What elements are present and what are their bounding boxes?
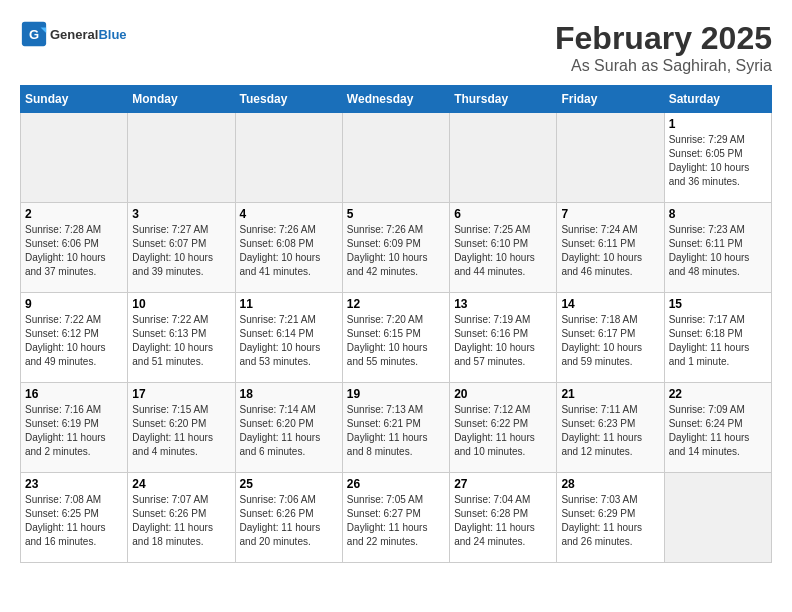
day-number: 11 [240,297,338,311]
day-info: Sunrise: 7:03 AM Sunset: 6:29 PM Dayligh… [561,493,659,549]
day-number: 17 [132,387,230,401]
calendar-cell: 22Sunrise: 7:09 AM Sunset: 6:24 PM Dayli… [664,383,771,473]
logo-blue: Blue [98,27,126,42]
day-number: 28 [561,477,659,491]
day-info: Sunrise: 7:22 AM Sunset: 6:13 PM Dayligh… [132,313,230,369]
day-info: Sunrise: 7:24 AM Sunset: 6:11 PM Dayligh… [561,223,659,279]
calendar-cell: 26Sunrise: 7:05 AM Sunset: 6:27 PM Dayli… [342,473,449,563]
day-number: 14 [561,297,659,311]
subtitle: As Surah as Saghirah, Syria [555,57,772,75]
day-number: 19 [347,387,445,401]
week-row-3: 9Sunrise: 7:22 AM Sunset: 6:12 PM Daylig… [21,293,772,383]
day-number: 24 [132,477,230,491]
day-number: 9 [25,297,123,311]
day-info: Sunrise: 7:26 AM Sunset: 6:08 PM Dayligh… [240,223,338,279]
calendar: SundayMondayTuesdayWednesdayThursdayFrid… [20,85,772,563]
calendar-cell: 27Sunrise: 7:04 AM Sunset: 6:28 PM Dayli… [450,473,557,563]
day-info: Sunrise: 7:06 AM Sunset: 6:26 PM Dayligh… [240,493,338,549]
day-number: 16 [25,387,123,401]
calendar-cell [21,113,128,203]
header: G GeneralBlue February 2025 As Surah as … [20,20,772,75]
day-info: Sunrise: 7:20 AM Sunset: 6:15 PM Dayligh… [347,313,445,369]
day-number: 10 [132,297,230,311]
week-row-2: 2Sunrise: 7:28 AM Sunset: 6:06 PM Daylig… [21,203,772,293]
day-info: Sunrise: 7:11 AM Sunset: 6:23 PM Dayligh… [561,403,659,459]
day-number: 18 [240,387,338,401]
day-info: Sunrise: 7:17 AM Sunset: 6:18 PM Dayligh… [669,313,767,369]
calendar-cell [664,473,771,563]
day-info: Sunrise: 7:07 AM Sunset: 6:26 PM Dayligh… [132,493,230,549]
calendar-cell [342,113,449,203]
logo-icon: G [20,20,48,48]
day-number: 13 [454,297,552,311]
calendar-cell: 17Sunrise: 7:15 AM Sunset: 6:20 PM Dayli… [128,383,235,473]
day-info: Sunrise: 7:18 AM Sunset: 6:17 PM Dayligh… [561,313,659,369]
day-info: Sunrise: 7:29 AM Sunset: 6:05 PM Dayligh… [669,133,767,189]
day-number: 12 [347,297,445,311]
calendar-header-row: SundayMondayTuesdayWednesdayThursdayFrid… [21,86,772,113]
day-info: Sunrise: 7:19 AM Sunset: 6:16 PM Dayligh… [454,313,552,369]
day-number: 8 [669,207,767,221]
day-header-thursday: Thursday [450,86,557,113]
day-info: Sunrise: 7:16 AM Sunset: 6:19 PM Dayligh… [25,403,123,459]
title-section: February 2025 As Surah as Saghirah, Syri… [555,20,772,75]
day-info: Sunrise: 7:05 AM Sunset: 6:27 PM Dayligh… [347,493,445,549]
calendar-cell: 9Sunrise: 7:22 AM Sunset: 6:12 PM Daylig… [21,293,128,383]
calendar-cell: 15Sunrise: 7:17 AM Sunset: 6:18 PM Dayli… [664,293,771,383]
calendar-cell: 2Sunrise: 7:28 AM Sunset: 6:06 PM Daylig… [21,203,128,293]
day-header-sunday: Sunday [21,86,128,113]
day-header-tuesday: Tuesday [235,86,342,113]
calendar-cell: 25Sunrise: 7:06 AM Sunset: 6:26 PM Dayli… [235,473,342,563]
day-info: Sunrise: 7:08 AM Sunset: 6:25 PM Dayligh… [25,493,123,549]
calendar-cell [450,113,557,203]
day-info: Sunrise: 7:26 AM Sunset: 6:09 PM Dayligh… [347,223,445,279]
calendar-cell: 3Sunrise: 7:27 AM Sunset: 6:07 PM Daylig… [128,203,235,293]
day-header-friday: Friday [557,86,664,113]
calendar-cell: 8Sunrise: 7:23 AM Sunset: 6:11 PM Daylig… [664,203,771,293]
day-number: 25 [240,477,338,491]
day-info: Sunrise: 7:21 AM Sunset: 6:14 PM Dayligh… [240,313,338,369]
day-number: 22 [669,387,767,401]
day-number: 3 [132,207,230,221]
calendar-cell: 18Sunrise: 7:14 AM Sunset: 6:20 PM Dayli… [235,383,342,473]
calendar-cell: 10Sunrise: 7:22 AM Sunset: 6:13 PM Dayli… [128,293,235,383]
calendar-cell: 28Sunrise: 7:03 AM Sunset: 6:29 PM Dayli… [557,473,664,563]
day-number: 27 [454,477,552,491]
calendar-cell [128,113,235,203]
day-number: 15 [669,297,767,311]
day-number: 1 [669,117,767,131]
calendar-cell: 1Sunrise: 7:29 AM Sunset: 6:05 PM Daylig… [664,113,771,203]
calendar-cell: 19Sunrise: 7:13 AM Sunset: 6:21 PM Dayli… [342,383,449,473]
day-info: Sunrise: 7:04 AM Sunset: 6:28 PM Dayligh… [454,493,552,549]
calendar-cell [235,113,342,203]
svg-text:G: G [29,27,39,42]
week-row-4: 16Sunrise: 7:16 AM Sunset: 6:19 PM Dayli… [21,383,772,473]
day-number: 4 [240,207,338,221]
day-header-saturday: Saturday [664,86,771,113]
day-info: Sunrise: 7:28 AM Sunset: 6:06 PM Dayligh… [25,223,123,279]
calendar-cell: 12Sunrise: 7:20 AM Sunset: 6:15 PM Dayli… [342,293,449,383]
logo-general: General [50,27,98,42]
week-row-1: 1Sunrise: 7:29 AM Sunset: 6:05 PM Daylig… [21,113,772,203]
calendar-cell: 14Sunrise: 7:18 AM Sunset: 6:17 PM Dayli… [557,293,664,383]
calendar-cell: 5Sunrise: 7:26 AM Sunset: 6:09 PM Daylig… [342,203,449,293]
day-number: 21 [561,387,659,401]
calendar-cell: 21Sunrise: 7:11 AM Sunset: 6:23 PM Dayli… [557,383,664,473]
calendar-cell: 23Sunrise: 7:08 AM Sunset: 6:25 PM Dayli… [21,473,128,563]
day-number: 2 [25,207,123,221]
calendar-cell [557,113,664,203]
day-info: Sunrise: 7:25 AM Sunset: 6:10 PM Dayligh… [454,223,552,279]
day-number: 5 [347,207,445,221]
day-number: 23 [25,477,123,491]
calendar-cell: 7Sunrise: 7:24 AM Sunset: 6:11 PM Daylig… [557,203,664,293]
day-info: Sunrise: 7:23 AM Sunset: 6:11 PM Dayligh… [669,223,767,279]
calendar-cell: 16Sunrise: 7:16 AM Sunset: 6:19 PM Dayli… [21,383,128,473]
calendar-cell: 13Sunrise: 7:19 AM Sunset: 6:16 PM Dayli… [450,293,557,383]
day-number: 6 [454,207,552,221]
day-info: Sunrise: 7:15 AM Sunset: 6:20 PM Dayligh… [132,403,230,459]
day-info: Sunrise: 7:13 AM Sunset: 6:21 PM Dayligh… [347,403,445,459]
day-info: Sunrise: 7:27 AM Sunset: 6:07 PM Dayligh… [132,223,230,279]
calendar-cell: 20Sunrise: 7:12 AM Sunset: 6:22 PM Dayli… [450,383,557,473]
day-number: 20 [454,387,552,401]
day-info: Sunrise: 7:09 AM Sunset: 6:24 PM Dayligh… [669,403,767,459]
